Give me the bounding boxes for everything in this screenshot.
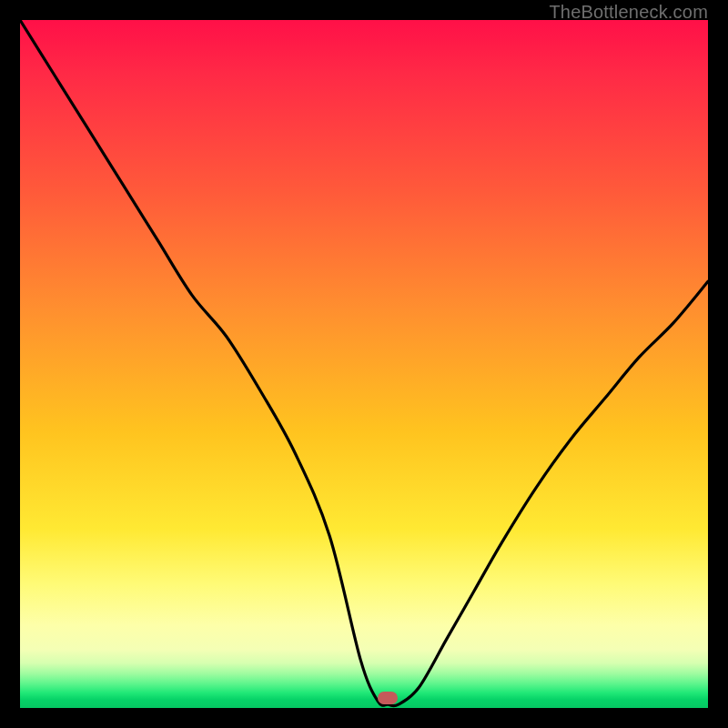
plot-area — [20, 20, 708, 708]
min-marker — [378, 692, 398, 704]
bottleneck-curve — [20, 20, 708, 708]
chart-frame: TheBottleneck.com — [0, 0, 728, 728]
